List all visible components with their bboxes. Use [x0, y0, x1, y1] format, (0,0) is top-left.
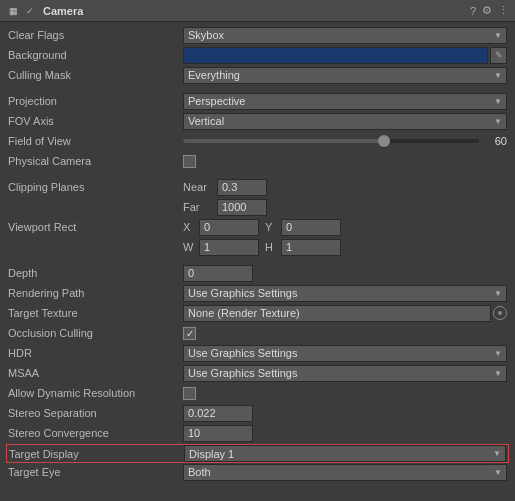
viewport-w-input[interactable]: [199, 239, 259, 256]
dropdown-arrow: ▼: [494, 117, 502, 126]
y-label: Y: [265, 221, 279, 233]
fov-slider-fill: [183, 139, 390, 143]
dropdown-arrow: ▼: [494, 71, 502, 80]
stereo-separation-input[interactable]: [183, 405, 253, 422]
hdr-label: HDR: [8, 347, 183, 359]
projection-control: Perspective ▼: [183, 93, 507, 110]
target-eye-label: Target Eye: [8, 466, 183, 478]
dropdown-arrow: ▼: [494, 97, 502, 106]
physical-camera-control: [183, 155, 507, 168]
viewport-wh-control: W H: [183, 239, 507, 256]
target-display-dropdown[interactable]: Display 1 ▼: [184, 445, 506, 462]
hdr-control: Use Graphics Settings ▼: [183, 345, 507, 362]
viewport-x-input[interactable]: [199, 219, 259, 236]
x-label: X: [183, 221, 197, 233]
target-texture-circle-icon[interactable]: [493, 306, 507, 320]
projection-row: Projection Perspective ▼: [8, 92, 507, 110]
dropdown-arrow: ▼: [494, 468, 502, 477]
panel-title: Camera: [43, 5, 470, 17]
h-label: H: [265, 241, 279, 253]
occlusion-culling-checkbox[interactable]: [183, 327, 196, 340]
depth-control: [183, 265, 507, 282]
viewport-y-input[interactable]: [281, 219, 341, 236]
dropdown-arrow: ▼: [493, 449, 501, 458]
stereo-separation-label: Stereo Separation: [8, 407, 183, 419]
target-texture-dropdown[interactable]: None (Render Texture): [183, 305, 491, 322]
occlusion-culling-label: Occlusion Culling: [8, 327, 183, 339]
viewport-w-pair: W: [183, 239, 259, 256]
dot-icon: [498, 311, 502, 315]
target-texture-label: Target Texture: [8, 307, 183, 319]
viewport-wh: W H: [183, 239, 341, 256]
depth-input[interactable]: [183, 265, 253, 282]
panel-content: Clear Flags Skybox ▼ Background ✎ Cullin…: [0, 22, 515, 491]
allow-dynamic-resolution-control: [183, 387, 507, 400]
background-color[interactable]: [183, 47, 488, 64]
occlusion-culling-control: [183, 327, 507, 340]
viewport-h-input[interactable]: [281, 239, 341, 256]
fov-axis-control: Vertical ▼: [183, 113, 507, 130]
clipping-planes-near-row: Clipping Planes Near: [8, 178, 507, 196]
target-texture-row: Target Texture None (Render Texture): [8, 304, 507, 322]
target-eye-row: Target Eye Both ▼: [8, 463, 507, 481]
viewport-rect-wh-row: W H: [8, 238, 507, 256]
stereo-convergence-input[interactable]: [183, 425, 253, 442]
visibility-icon[interactable]: ▦: [6, 4, 20, 18]
header-right-icons: ? ⚙ ⋮: [470, 4, 509, 17]
culling-mask-dropdown[interactable]: Everything ▼: [183, 67, 507, 84]
fov-axis-row: FOV Axis Vertical ▼: [8, 112, 507, 130]
stereo-convergence-row: Stereo Convergence: [8, 424, 507, 442]
far-label: Far: [183, 201, 211, 213]
clipping-near-control: Near: [183, 179, 507, 196]
target-eye-dropdown[interactable]: Both ▼: [183, 464, 507, 481]
physical-camera-checkbox[interactable]: [183, 155, 196, 168]
msaa-row: MSAA Use Graphics Settings ▼: [8, 364, 507, 382]
field-of-view-label: Field of View: [8, 135, 183, 147]
projection-dropdown[interactable]: Perspective ▼: [183, 93, 507, 110]
dropdown-arrow: ▼: [494, 369, 502, 378]
stereo-separation-control: [183, 405, 507, 422]
allow-dynamic-resolution-label: Allow Dynamic Resolution: [8, 387, 183, 399]
clear-flags-row: Clear Flags Skybox ▼: [8, 26, 507, 44]
fov-value: 60: [483, 135, 507, 147]
target-texture-control: None (Render Texture): [183, 305, 507, 322]
dropdown-arrow: ▼: [494, 31, 502, 40]
more-icon[interactable]: ⋮: [498, 4, 509, 17]
msaa-label: MSAA: [8, 367, 183, 379]
occlusion-culling-row: Occlusion Culling: [8, 324, 507, 342]
hdr-dropdown[interactable]: Use Graphics Settings ▼: [183, 345, 507, 362]
clipping-far-control: Far: [183, 199, 507, 216]
far-input[interactable]: [217, 199, 267, 216]
physical-camera-row: Physical Camera: [8, 152, 507, 170]
help-icon[interactable]: ?: [470, 5, 476, 17]
fov-slider-thumb[interactable]: [378, 135, 390, 147]
clear-flags-control: Skybox ▼: [183, 27, 507, 44]
rendering-path-label: Rendering Path: [8, 287, 183, 299]
projection-label: Projection: [8, 95, 183, 107]
background-label: Background: [8, 49, 183, 61]
stereo-separation-row: Stereo Separation: [8, 404, 507, 422]
hdr-row: HDR Use Graphics Settings ▼: [8, 344, 507, 362]
viewport-rect-xy-row: Viewport Rect X Y: [8, 218, 507, 236]
allow-dynamic-resolution-checkbox[interactable]: [183, 387, 196, 400]
viewport-xy: X Y: [183, 219, 341, 236]
rendering-path-row: Rendering Path Use Graphics Settings ▼: [8, 284, 507, 302]
w-label: W: [183, 241, 197, 253]
fov-slider-track[interactable]: [183, 139, 479, 143]
stereo-convergence-label: Stereo Convergence: [8, 427, 183, 439]
rendering-path-dropdown[interactable]: Use Graphics Settings ▼: [183, 285, 507, 302]
dropdown-arrow: ▼: [494, 289, 502, 298]
clear-flags-dropdown[interactable]: Skybox ▼: [183, 27, 507, 44]
near-input[interactable]: [217, 179, 267, 196]
msaa-control: Use Graphics Settings ▼: [183, 365, 507, 382]
settings-icon[interactable]: ⚙: [482, 4, 492, 17]
clipping-planes-label: Clipping Planes: [8, 181, 183, 193]
msaa-dropdown[interactable]: Use Graphics Settings ▼: [183, 365, 507, 382]
fov-axis-dropdown[interactable]: Vertical ▼: [183, 113, 507, 130]
checkbox-enable[interactable]: ✓: [23, 4, 37, 18]
culling-mask-row: Culling Mask Everything ▼: [8, 66, 507, 84]
background-edit-icon[interactable]: ✎: [490, 47, 507, 64]
clipping-planes-far-row: Far: [8, 198, 507, 216]
depth-label: Depth: [8, 267, 183, 279]
depth-row: Depth: [8, 264, 507, 282]
